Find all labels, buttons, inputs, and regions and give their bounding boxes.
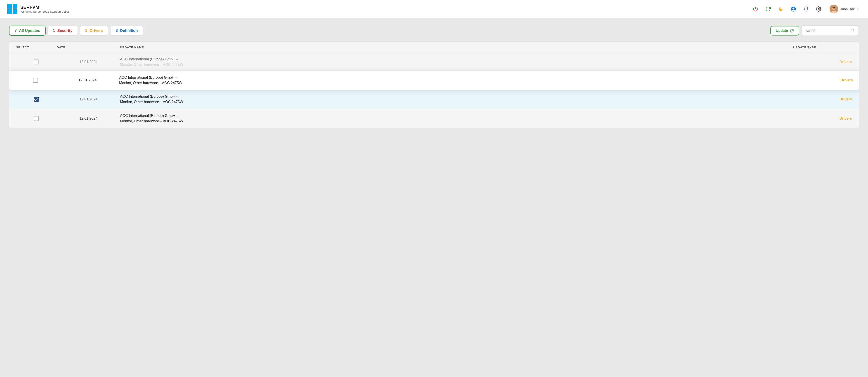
tab-definition-count: 3 — [116, 28, 118, 33]
filter-bar: 7 All Updates 1 Security 3 Drivers 3 Def… — [9, 25, 859, 36]
row-date: 12.01.2024 — [57, 116, 120, 120]
user-icon-button[interactable] — [789, 5, 798, 13]
svg-point-2 — [807, 7, 808, 8]
row-checkbox[interactable] — [33, 78, 38, 83]
checkbox-wrap[interactable] — [15, 78, 56, 83]
logo-subtitle: Windows Server 2022 Standart 21H2 — [20, 10, 69, 13]
tab-drivers-label: Drivers — [90, 29, 103, 33]
row-date: 12.01.2024 — [57, 97, 120, 101]
col-update-type: UPDATE TYPE — [793, 46, 852, 49]
tab-drivers-count: 3 — [85, 28, 88, 33]
windows-logo-icon — [7, 4, 17, 14]
col-date: DATE — [57, 46, 120, 49]
logo-text: SERI-VM Windows Server 2022 Standart 21H… — [20, 5, 69, 13]
table-row-checked: 12.01.2024 AOC International (Europe) Gm… — [9, 90, 859, 109]
search-icon — [850, 28, 855, 33]
row-update-type: Drivers — [794, 78, 853, 82]
row-update-type: Drivers — [793, 97, 852, 101]
update-button[interactable]: Update — [770, 26, 799, 35]
row-date: 12.01.2024 — [56, 78, 119, 82]
checkbox-wrap[interactable] — [16, 116, 57, 121]
power-button[interactable] — [751, 5, 760, 13]
main-content: 7 All Updates 1 Security 3 Drivers 3 Def… — [0, 18, 868, 136]
tab-all-updates[interactable]: 7 All Updates — [9, 26, 46, 36]
row-update-name: AOC International (Europe) GmbH –Monitor… — [120, 94, 793, 105]
tab-all-count: 7 — [14, 28, 17, 33]
moon-button[interactable] — [777, 5, 785, 13]
user-name: John Doe — [840, 7, 855, 11]
notifications-button[interactable] — [802, 5, 810, 13]
settings-button[interactable] — [815, 5, 823, 13]
col-update-name: UPDATE NAME — [120, 46, 793, 49]
row-checkbox[interactable] — [34, 59, 39, 64]
tab-all-label: All Updates — [19, 29, 40, 33]
avatar — [830, 5, 838, 13]
chevron-down-icon: ▾ — [857, 7, 859, 11]
logo: SERI-VM Windows Server 2022 Standart 21H… — [7, 4, 69, 14]
row-date: 12.01.2024 — [57, 60, 120, 64]
tab-definition-label: Definition — [120, 29, 138, 33]
refresh-button[interactable] — [764, 5, 772, 13]
row-update-type: Drivers — [793, 60, 852, 64]
tab-security[interactable]: 1 Security — [48, 26, 78, 36]
checkbox-wrap[interactable] — [16, 97, 57, 102]
updates-table: SELECT DATE UPDATE NAME UPDATE TYPE 12.0… — [9, 41, 859, 128]
row-update-name: AOC International (Europe) GmbH –Monitor… — [119, 75, 794, 86]
svg-line-9 — [853, 31, 854, 32]
svg-point-1 — [792, 7, 794, 9]
row-update-name: AOC International (Europe) GmbH – Monito… — [120, 57, 793, 67]
table-row-elevated: 12.01.2024 AOC International (Europe) Gm… — [9, 71, 859, 90]
logo-title: SERI-VM — [20, 5, 69, 10]
row-checkbox[interactable] — [34, 97, 39, 102]
checkbox-wrap[interactable] — [16, 59, 57, 64]
user-profile[interactable]: John Doe ▾ — [827, 4, 861, 14]
row-checkbox[interactable] — [34, 116, 39, 121]
row-update-name: AOC International (Europe) GmbH –Monitor… — [120, 113, 793, 124]
update-button-label: Update — [776, 29, 788, 33]
header: SERI-VM Windows Server 2022 Standart 21H… — [0, 0, 868, 18]
search-box[interactable] — [801, 25, 859, 36]
table-header: SELECT DATE UPDATE NAME UPDATE TYPE — [9, 41, 859, 53]
tab-security-label: Security — [57, 29, 72, 33]
table-row: 12.01.2024 AOC International (Europe) Gm… — [9, 53, 859, 71]
update-refresh-icon — [790, 29, 794, 33]
tab-security-count: 1 — [53, 28, 55, 33]
col-select: SELECT — [16, 46, 57, 49]
table-row-normal: 12.01.2024 AOC International (Europe) Gm… — [9, 109, 859, 128]
tab-definition[interactable]: 3 Definition — [110, 26, 143, 36]
header-actions: John Doe ▾ — [751, 4, 861, 14]
svg-point-3 — [818, 8, 819, 10]
tab-drivers[interactable]: 3 Drivers — [80, 26, 108, 36]
row-update-type: Drivers — [793, 116, 852, 120]
search-input[interactable] — [806, 29, 848, 33]
